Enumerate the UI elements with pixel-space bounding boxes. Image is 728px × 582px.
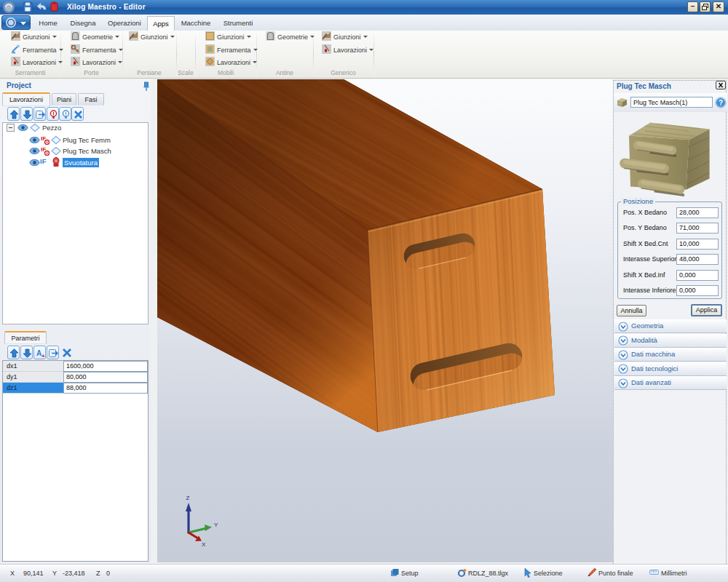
svg-text:Y: Y: [214, 522, 218, 528]
svg-text:X: X: [202, 541, 206, 548]
svg-text:Z: Z: [186, 495, 190, 501]
svg-text:?: ?: [719, 99, 723, 107]
svg-text:+: +: [41, 353, 45, 359]
